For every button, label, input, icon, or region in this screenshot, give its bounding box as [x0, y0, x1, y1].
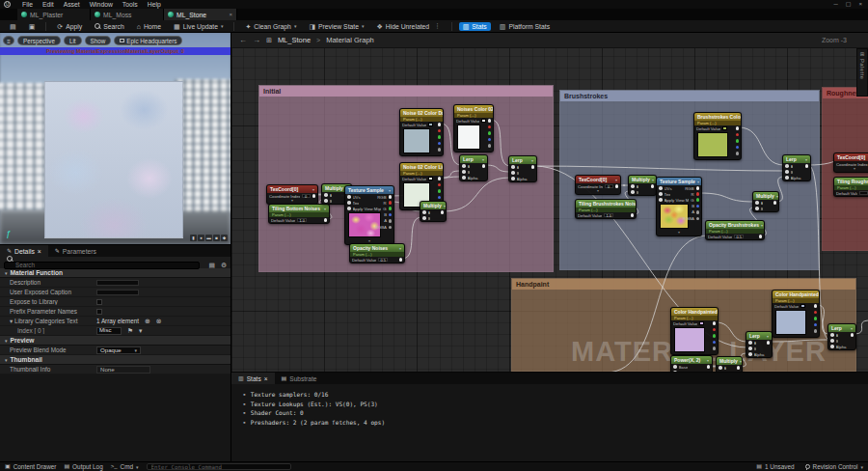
- perspective-button[interactable]: Perspective: [17, 36, 61, 45]
- add-element-icon[interactable]: ⊕: [145, 318, 150, 325]
- node-multiply-brush-opacity[interactable]: Multiply▾AB: [752, 191, 779, 212]
- input-pin[interactable]: [511, 165, 515, 169]
- nav-back-icon[interactable]: ←: [239, 36, 247, 44]
- collapse-icon[interactable]: ▾: [652, 178, 654, 182]
- output-pin[interactable]: [488, 125, 492, 129]
- node-lerp-handpaint-1[interactable]: Lerp▾ABAlpha: [746, 331, 773, 358]
- output-pin[interactable]: [713, 328, 717, 332]
- input-pin[interactable]: [347, 195, 351, 199]
- node-lerp-brushstrokes[interactable]: Lerp▾ABAlpha: [782, 154, 811, 181]
- node-header[interactable]: Tiling Roughness▾: [834, 178, 868, 185]
- input-pin[interactable]: [755, 207, 759, 210]
- browse-button[interactable]: ▣: [25, 22, 40, 31]
- category-combo[interactable]: Misc: [96, 327, 122, 335]
- node-header[interactable]: Noise 02 Color Light▾: [400, 163, 443, 171]
- collapse-icon[interactable]: ▾: [761, 223, 763, 228]
- output-pin[interactable]: [814, 311, 818, 315]
- preview-custom-mesh-button[interactable]: ◆: [221, 235, 228, 241]
- node-texture-sample-initial[interactable]: Texture Sample▾UVsRGBTexRApply View MipB…: [344, 185, 394, 245]
- maximize-button[interactable]: ▢: [846, 0, 852, 9]
- color-swatch[interactable]: [428, 177, 433, 180]
- content-drawer-button[interactable]: ▣Content Drawer: [5, 463, 56, 470]
- input-pin[interactable]: [324, 199, 328, 203]
- node-header[interactable]: Lerp▾: [509, 156, 536, 164]
- node-header[interactable]: Multiply▾: [753, 192, 778, 200]
- output-pin[interactable]: [713, 321, 717, 325]
- collapse-icon[interactable]: ▾: [399, 246, 401, 251]
- collapse-icon[interactable]: ▾: [312, 187, 314, 192]
- output-pin[interactable]: [696, 198, 700, 202]
- node-header[interactable]: TexCoord[0]▾: [267, 185, 317, 193]
- output-pin[interactable]: [324, 218, 328, 222]
- preview-plane-button[interactable]: ▬: [205, 235, 212, 241]
- palette-side-tab[interactable]: ⊞ Palette: [856, 48, 868, 97]
- output-pin[interactable]: [737, 366, 741, 370]
- console-command-input[interactable]: [147, 463, 291, 470]
- menu-help[interactable]: Help: [148, 1, 161, 8]
- output-pin[interactable]: [736, 133, 740, 137]
- value-box[interactable]: 1.0: [604, 213, 612, 218]
- node-lerp-initial-2[interactable]: Lerp▾ABAlpha: [508, 155, 537, 182]
- node-header[interactable]: Opacity Noises▾: [350, 244, 404, 252]
- input-pin[interactable]: [785, 164, 789, 168]
- settings-gear-icon[interactable]: ⚙: [221, 262, 227, 268]
- tab-substrate[interactable]: ▤Substrate: [275, 373, 324, 384]
- breadcrumb-asset[interactable]: ML_Stone: [278, 36, 311, 44]
- menu-asset[interactable]: Asset: [64, 1, 80, 8]
- node-color-handpainted-02[interactable]: Color Handpainted 02▾Param (…)Default Va…: [772, 290, 820, 338]
- menu-tools[interactable]: Tools: [122, 1, 138, 8]
- node-tiling-roughness-noises[interactable]: Tiling Roughness▾Param (…)Default Value: [833, 177, 868, 197]
- output-pin[interactable]: [631, 213, 635, 217]
- input-pin[interactable]: [748, 352, 752, 356]
- node-header[interactable]: Multiply▾: [420, 202, 446, 209]
- node-header[interactable]: Lerp▾: [828, 324, 855, 332]
- save-button[interactable]: ▤: [6, 22, 20, 31]
- user-exposed-caption-field[interactable]: [96, 290, 139, 295]
- output-pin[interactable]: [488, 131, 492, 135]
- prefix-parameter-names-checkbox[interactable]: [96, 309, 102, 315]
- tab-close-icon[interactable]: ×: [264, 375, 268, 382]
- output-pin[interactable]: [814, 304, 818, 308]
- output-pin[interactable]: [696, 205, 700, 208]
- node-noises-color-02[interactable]: Noises Color 02▾Param (…)Default Value: [453, 104, 494, 152]
- hide-unrelated-button[interactable]: ❖Hide Unrelated⋮: [373, 21, 445, 31]
- node-header[interactable]: Color Handpainted 02▾: [773, 291, 819, 298]
- node-header[interactable]: Noise 02 Color Dark▾: [400, 109, 443, 117]
- menu-file[interactable]: File: [22, 1, 33, 8]
- output-pin[interactable]: [814, 317, 818, 320]
- node-header[interactable]: Noises Color 02▾: [454, 105, 493, 113]
- expose-to-library-checkbox[interactable]: [96, 299, 102, 305]
- input-pin[interactable]: [422, 216, 426, 220]
- collapse-icon[interactable]: ▾: [767, 334, 769, 339]
- node-texture-sample-brushstrokes[interactable]: Texture Sample▾UVsRGBTexRApply View MipB…: [656, 177, 702, 236]
- output-pin[interactable]: [438, 123, 442, 126]
- output-pin[interactable]: [713, 334, 717, 338]
- section-preview[interactable]: ▾Preview: [0, 336, 231, 346]
- input-pin[interactable]: [785, 176, 789, 180]
- output-pin[interactable]: [736, 146, 740, 150]
- save-settings-icon[interactable]: ▤: [208, 262, 214, 268]
- breadcrumb-page[interactable]: Material Graph: [326, 36, 374, 44]
- output-pin[interactable]: [736, 152, 740, 155]
- input-pin[interactable]: [631, 190, 635, 194]
- section-thumbnail[interactable]: ▾Thumbnail: [0, 355, 231, 365]
- output-pin[interactable]: [389, 213, 393, 217]
- input-pin[interactable]: [830, 339, 834, 343]
- value-box[interactable]: 1.0: [297, 218, 306, 223]
- nav-forward-icon[interactable]: →: [253, 36, 260, 44]
- input-pin[interactable]: [659, 198, 663, 202]
- unsaved-button[interactable]: ▤1 Unsaved: [756, 463, 794, 470]
- collapse-icon[interactable]: ▾: [707, 358, 709, 363]
- output-pin[interactable]: [696, 186, 700, 190]
- output-pin[interactable]: [312, 194, 316, 198]
- node-header[interactable]: Lerp▾: [460, 155, 487, 163]
- clean-graph-button[interactable]: ✦Clean Graph▾: [241, 22, 300, 31]
- output-pin[interactable]: [615, 184, 619, 188]
- output-pin[interactable]: [759, 235, 763, 238]
- output-pin[interactable]: [389, 201, 393, 205]
- search-button[interactable]: Search: [91, 22, 128, 31]
- node-header[interactable]: Multiply▾: [717, 357, 742, 365]
- material-graph-canvas[interactable]: InitialBrushstrokesRoughnessHandpaint MA…: [231, 33, 868, 461]
- platform-stats-button[interactable]: ▥Platform Stats: [496, 22, 554, 31]
- input-pin[interactable]: [511, 177, 515, 180]
